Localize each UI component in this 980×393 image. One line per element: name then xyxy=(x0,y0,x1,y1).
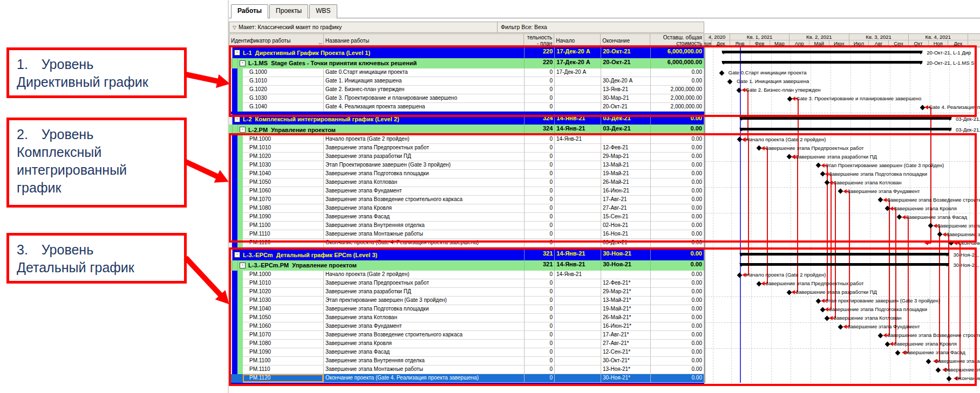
column-header-finish[interactable]: Окончание xyxy=(601,34,650,47)
table-row[interactable]: PM.1080Завершение этапа Кровля027-Авг-21… xyxy=(229,204,704,213)
cell-activity-id: PM.1080 xyxy=(243,204,324,213)
table-row[interactable]: PM.1110Завершение этапа Монтажные работы… xyxy=(229,366,704,374)
table-row[interactable]: -L-1 Директивный График Проекта (Level 1… xyxy=(229,47,704,58)
table-row[interactable]: G.1040Gate 4. Реализация проекта заверше… xyxy=(229,103,704,112)
table-row[interactable]: PM.1000Начало проекта (Gate 2 пройден)01… xyxy=(229,271,704,279)
timeline-month-filler xyxy=(968,40,980,47)
table-row[interactable]: -L-3.-EPCm Детальный график EPCm (Level … xyxy=(229,250,704,260)
indent-band-green xyxy=(237,86,243,94)
collapse-icon[interactable]: - xyxy=(234,252,240,258)
milestone-label: Завершение этапа Подготовка площадки xyxy=(829,306,927,312)
indent-band-green xyxy=(237,196,243,204)
milestone-diamond-icon[interactable] xyxy=(727,79,733,84)
row-gridline xyxy=(705,161,980,162)
table-row[interactable]: PM.1110Завершение этапа Монтажные работы… xyxy=(229,230,704,239)
layout-selector[interactable]: ▽Макет: Классический макет по графику xyxy=(229,22,498,32)
table-row[interactable]: PM.1020Завершение этапа разработки ПД029… xyxy=(229,153,704,161)
table-row[interactable]: -L-2.PM Управление проектом32414-Янв-210… xyxy=(229,125,704,135)
cell-activity-id: PM.1000 xyxy=(243,271,324,279)
table-row[interactable]: PM.1050Завершение этапа Котлован026-Май-… xyxy=(229,178,704,187)
milestone-diamond-icon[interactable] xyxy=(935,367,941,373)
cell-start: 14-Янв-21 xyxy=(555,125,601,135)
gantt-summary-bar[interactable] xyxy=(740,263,949,266)
table-row[interactable]: PM.1080Завершение этапа Кровля027-Авг-21… xyxy=(229,340,704,348)
timeline-month: Мар xyxy=(770,40,790,47)
collapse-icon[interactable]: - xyxy=(240,60,246,66)
table-row[interactable]: G.1030Gate 3. Проектирование и планирова… xyxy=(229,94,704,103)
gantt-summary-bar[interactable] xyxy=(722,51,923,53)
cell-activity-name: Завершение этапа Фасад xyxy=(324,213,525,222)
table-row[interactable]: -L-1.MS Stage Gates - Точки принятия клю… xyxy=(229,58,704,69)
table-row[interactable]: PM.1040Завершение этапа Подготовка площа… xyxy=(229,305,704,314)
column-header-name[interactable]: Название работы xyxy=(324,34,525,47)
cell-start: 17-Дек-20 A xyxy=(555,58,601,69)
milestone-diamond-icon[interactable] xyxy=(719,70,725,75)
table-row[interactable]: PM.1090Завершение этапа Фасад012-Сен-21*… xyxy=(229,348,704,357)
milestone-diamond-icon[interactable] xyxy=(926,358,931,364)
tab-wbs[interactable]: WBS xyxy=(309,4,337,18)
filter-selector[interactable]: Фильтр Все: Веха xyxy=(498,22,550,32)
indent-band-blue xyxy=(232,86,237,94)
indent-band-blue xyxy=(232,103,237,112)
indent-band-green xyxy=(237,314,243,322)
cell-start xyxy=(555,331,601,340)
summary-bar-end-icon xyxy=(739,253,744,257)
table-row[interactable]: G.1020Gate 2. Бизнес-план утвержден013-Я… xyxy=(229,86,704,94)
timeline-month: Ноя xyxy=(929,40,949,47)
table-row[interactable]: G.1010Gate 1. Инициация завершена030-Дек… xyxy=(229,77,704,86)
gantt-summary-bar[interactable] xyxy=(740,253,949,256)
tab-проекты[interactable]: Проекты xyxy=(269,4,308,18)
column-header-id[interactable]: Идентификатор работы ▽ xyxy=(229,34,324,47)
collapse-icon[interactable]: - xyxy=(234,50,240,56)
table-row[interactable]: PM.1030Этап Проектирование завершен (Gat… xyxy=(229,161,704,170)
cell-cost: 0.00 xyxy=(651,125,704,135)
table-row[interactable]: -L-2 Комплексный интегрированный график … xyxy=(229,114,704,125)
gantt-summary-bar[interactable] xyxy=(740,117,951,120)
timeline-quarter: Кв. 3, 2021 xyxy=(849,34,909,40)
cell-activity-id: PM.1120 xyxy=(243,239,324,247)
cell-duration: 0 xyxy=(525,103,555,112)
table-row[interactable]: PM.1120Окончание проекта (Gate 4. Реализ… xyxy=(229,239,704,247)
column-header-cost[interactable]: Оставш. общая стоимость xyxy=(650,34,704,47)
cell-start xyxy=(555,305,601,314)
annotation-line: 2. Уровень xyxy=(17,126,181,143)
table-row[interactable]: G.1000Gate 0.Старт инициации проекта017-… xyxy=(229,68,704,77)
table-row[interactable]: PM.1100Завершение этапа Внутренняя отдел… xyxy=(229,357,704,366)
table-row[interactable]: PM.1090Завершение этапа Фасад015-Сен-210… xyxy=(229,213,704,222)
table-row[interactable]: PM.1010Завершение этапа Предпроектных ра… xyxy=(229,144,704,153)
tab-работы[interactable]: Работы xyxy=(231,4,268,18)
column-header-duration[interactable]: тельность - план xyxy=(524,34,554,47)
sort-icon[interactable]: ▽ xyxy=(319,42,322,47)
cell-duration: 0 xyxy=(525,331,555,340)
gantt-summary-bar[interactable] xyxy=(722,61,923,64)
indent-band-green xyxy=(237,103,243,112)
table-row[interactable]: PM.1000Начало проекта (Gate 2 пройден)01… xyxy=(229,135,704,144)
cell-activity-id: PM.1070 xyxy=(243,196,324,204)
collapse-icon[interactable]: - xyxy=(240,127,246,133)
indent-band-green xyxy=(237,178,243,187)
summary-bar-end-icon xyxy=(722,61,726,65)
collapse-icon[interactable]: - xyxy=(240,263,246,268)
table-row[interactable]: PM.1070Завершение этапа Возведение строи… xyxy=(229,331,704,340)
milestone-diamond-icon[interactable] xyxy=(895,350,901,355)
table-row[interactable]: PM.1120Окончание проекта (Gate 4. Реализ… xyxy=(229,374,704,383)
cell-duration: 0 xyxy=(525,68,555,77)
table-row[interactable]: PM.1030Этап пректирование завершен (Gate… xyxy=(229,297,704,305)
table-row[interactable]: PM.1050Завершение этапа Котлован026-Май-… xyxy=(229,314,704,322)
gantt-summary-bar[interactable] xyxy=(740,128,951,130)
milestone-diamond-icon[interactable] xyxy=(947,376,952,381)
timeline-quarter: Кв. 4, 2021 xyxy=(909,34,968,40)
table-row[interactable]: PM.1100Завершение этапа Внутренняя отдел… xyxy=(229,222,704,230)
column-header-start[interactable]: Начало xyxy=(554,34,601,47)
table-row[interactable]: PM.1060Завершение этапа Фундамент016-Июн… xyxy=(229,322,704,331)
table-row[interactable]: PM.1010Завершение этапа Предпроектных ра… xyxy=(229,279,704,288)
collapse-icon[interactable]: - xyxy=(234,116,240,122)
table-row[interactable]: PM.1020Завершение этапа разработки ПД029… xyxy=(229,288,704,297)
table-row[interactable]: PM.1060Завершение этапа Фундамент016-Июн… xyxy=(229,187,704,196)
table-row[interactable]: -L-3.-EPCm.PM Управление проектом32114-Я… xyxy=(229,260,704,271)
link-arrowhead xyxy=(843,325,847,329)
cell-activity-id: PM.1000 xyxy=(243,135,324,144)
cell-start xyxy=(555,230,601,239)
table-row[interactable]: PM.1040Завершение этапа Подготовка площа… xyxy=(229,170,704,178)
table-row[interactable]: PM.1070Завершение этапа Возведение строи… xyxy=(229,196,704,204)
